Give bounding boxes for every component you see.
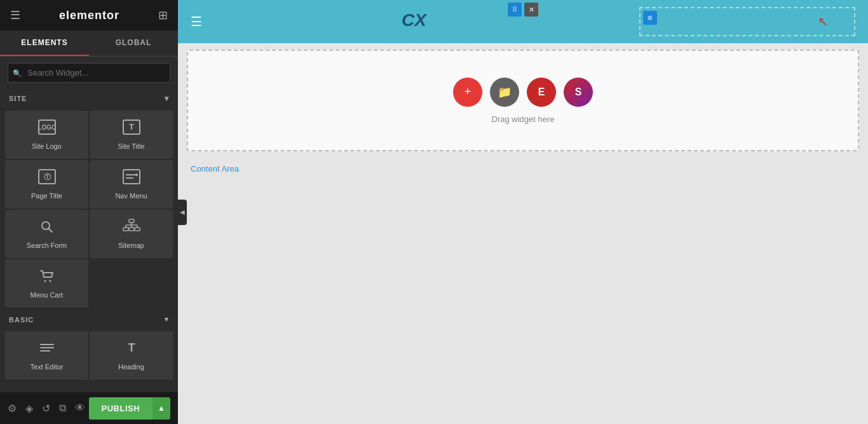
drag-widget-label: Drag widget here	[492, 114, 555, 124]
heading-icon: T	[123, 340, 140, 359]
settings-icon[interactable]: ⚙	[8, 402, 17, 414]
site-section-header[interactable]: SITE ▾	[0, 89, 178, 108]
search-wrap	[8, 63, 170, 83]
plus-icon: +	[465, 85, 471, 99]
canvas-area: ⠿ ✕ ☰ CX ⊞ ↖ +	[178, 0, 868, 424]
svg-text:T: T	[129, 122, 134, 132]
svg-rect-8	[126, 177, 133, 179]
text-editor-label: Text Editor	[31, 363, 64, 371]
folder-button[interactable]: 📁	[490, 78, 519, 107]
widget-text-editor[interactable]: Text Editor	[5, 331, 88, 380]
site-chevron-icon: ▾	[165, 94, 169, 103]
sitemap-label: Sitemap	[118, 242, 144, 249]
publish-wrap: PUBLISH ▲	[89, 397, 170, 420]
site-logo-icon: LOGO	[38, 120, 56, 139]
svg-text:Ⓣ: Ⓣ	[43, 173, 51, 181]
widget-page-title[interactable]: Ⓣ Page Title	[5, 160, 88, 209]
column-control-icon[interactable]: ⊞	[643, 11, 657, 25]
elementor-kit-button[interactable]: E	[527, 78, 556, 107]
plugin-s-icon: S	[575, 86, 582, 98]
heading-label: Heading	[118, 363, 144, 371]
search-form-label: Search Form	[27, 242, 67, 249]
widget-nav-menu[interactable]: Nav Menu	[90, 160, 173, 209]
nav-menu-label: Nav Menu	[115, 192, 147, 200]
svg-text:T: T	[128, 341, 135, 354]
menu-cart-icon	[38, 268, 56, 287]
canvas-menu-icon[interactable]: ☰	[191, 14, 202, 29]
grid-icon[interactable]: ⊞	[158, 8, 168, 22]
widget-search-form[interactable]: Search Form	[5, 210, 88, 258]
canvas-logo: CX	[402, 7, 440, 37]
widget-sitemap[interactable]: Sitemap	[90, 210, 173, 258]
site-logo-label: Site Logo	[32, 142, 61, 150]
site-title-label: Site Title	[118, 142, 144, 150]
folder-icon: 📁	[498, 85, 512, 99]
plugin-button[interactable]: S	[564, 78, 593, 107]
text-editor-icon	[38, 340, 56, 359]
widget-site-logo[interactable]: LOGO Site Logo	[5, 111, 88, 159]
basic-section-label: BASIC	[9, 316, 34, 324]
history-icon[interactable]: ↺	[42, 402, 50, 414]
widgets-grid: LOGO Site Logo T Site Title Ⓣ	[0, 108, 178, 310]
layers-icon[interactable]: ◈	[25, 402, 33, 414]
publish-button[interactable]: PUBLISH	[89, 397, 153, 420]
preview-icon[interactable]: 👁	[75, 402, 85, 414]
left-panel: ☰ elementor ⊞ ELEMENTS GLOBAL SITE ▾ LOG…	[0, 0, 178, 424]
search-input[interactable]	[8, 63, 170, 83]
basic-chevron-icon: ▾	[165, 315, 169, 324]
basic-section-header[interactable]: BASIC ▾	[0, 310, 178, 329]
menu-cart-label: Menu Cart	[31, 291, 63, 299]
svg-rect-14	[129, 228, 134, 231]
add-widget-button[interactable]: +	[453, 78, 482, 107]
basic-widgets-grid: Text Editor T Heading	[0, 329, 178, 382]
bottom-bar: ⚙ ◈ ↺ ⧉ 👁 PUBLISH ▲	[0, 392, 178, 424]
svg-rect-6	[123, 170, 140, 184]
site-title-icon: T	[123, 120, 140, 139]
svg-point-9	[135, 174, 138, 176]
section-controls: ⠿ ✕	[508, 3, 538, 17]
svg-point-22	[49, 280, 51, 282]
svg-rect-13	[123, 228, 128, 231]
drop-icons-row: + 📁 E S	[453, 78, 593, 107]
navigator-icon[interactable]: ⧉	[59, 402, 66, 414]
app-title: elementor	[59, 9, 119, 22]
tab-global[interactable]: GLOBAL	[89, 31, 178, 56]
elementor-e-icon: E	[538, 86, 545, 98]
publish-dropdown-button[interactable]: ▲	[153, 397, 170, 420]
content-area-label: Content Area	[178, 158, 868, 180]
cursor-icon: ↖	[818, 14, 829, 29]
svg-rect-15	[135, 228, 140, 231]
widget-site-title[interactable]: T Site Title	[90, 111, 173, 159]
hamburger-icon[interactable]: ☰	[10, 8, 20, 22]
svg-text:CX: CX	[402, 10, 428, 30]
top-bar: ☰ elementor ⊞	[0, 0, 178, 31]
page-title-label: Page Title	[31, 192, 62, 200]
section-close-button[interactable]: ✕	[524, 3, 538, 17]
sitemap-icon	[123, 219, 140, 238]
main-content: ⠿ ✕ ☰ CX ⊞ ↖ +	[178, 0, 868, 424]
canvas-header-section: ⠿ ✕ ☰ CX ⊞ ↖	[178, 0, 868, 43]
drop-zone[interactable]: + 📁 E S Drag widget here	[187, 50, 859, 151]
site-section-label: SITE	[9, 95, 27, 102]
svg-line-11	[48, 229, 52, 233]
search-box	[0, 57, 178, 89]
bottom-icons: ⚙ ◈ ↺ ⧉ 👁	[8, 402, 85, 414]
panel-toggle-arrow[interactable]: ◀	[178, 200, 187, 225]
canvas-header-right-col: ⊞ ↖	[639, 7, 855, 36]
tab-elements[interactable]: ELEMENTS	[0, 31, 89, 56]
panel-tabs: ELEMENTS GLOBAL	[0, 31, 178, 57]
widget-heading[interactable]: T Heading	[90, 331, 173, 380]
section-move-button[interactable]: ⠿	[508, 3, 522, 17]
svg-text:LOGO: LOGO	[38, 124, 56, 131]
search-form-icon	[38, 219, 56, 238]
page-title-icon: Ⓣ	[38, 169, 56, 188]
nav-menu-icon	[123, 169, 140, 188]
svg-rect-12	[129, 219, 134, 222]
widget-menu-cart[interactable]: Menu Cart	[5, 259, 88, 308]
svg-point-21	[44, 280, 46, 282]
